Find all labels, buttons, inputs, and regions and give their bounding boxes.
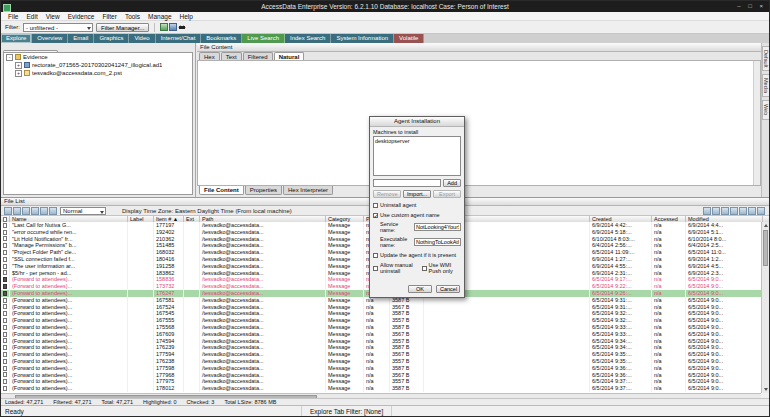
- row-checkbox[interactable]: [3, 345, 7, 350]
- close-button[interactable]: ×: [759, 3, 766, 9]
- row-checkbox[interactable]: [3, 243, 7, 248]
- side-tab-web[interactable]: Web: [762, 100, 769, 119]
- filelist-vertical-scrollbar[interactable]: [761, 222, 769, 393]
- menu-item-file[interactable]: File: [4, 12, 22, 20]
- executable-name-input[interactable]: [414, 238, 461, 246]
- filter-include-icon[interactable]: [160, 23, 168, 31]
- thumbnail-view-icon[interactable]: [13, 207, 21, 215]
- row-checkbox[interactable]: [3, 338, 7, 343]
- minimize-button[interactable]: –: [737, 3, 743, 9]
- row-checkbox[interactable]: [3, 298, 7, 303]
- table-view-icon[interactable]: [4, 207, 12, 215]
- side-tab-media[interactable]: Media: [762, 74, 769, 97]
- row-checkbox[interactable]: [3, 311, 7, 316]
- service-name-input[interactable]: [414, 223, 461, 231]
- filmstrip-view-icon[interactable]: [22, 207, 30, 215]
- natural-view-content[interactable]: [197, 60, 761, 186]
- file-row[interactable]: (Forward to attendees)...167555/tesvadko…: [1, 317, 761, 324]
- row-checkbox[interactable]: [3, 359, 7, 364]
- email-list-icon[interactable]: [721, 207, 729, 215]
- row-checkbox[interactable]: [3, 318, 7, 323]
- uninstall-agent-checkbox[interactable]: [373, 203, 378, 208]
- remove-button[interactable]: Remove: [373, 190, 401, 198]
- file-row[interactable]: (Forward to attendees)...178012/tesvadko…: [1, 385, 761, 392]
- row-checkbox[interactable]: [3, 352, 7, 357]
- row-checkbox[interactable]: [3, 236, 7, 241]
- row-checkbox[interactable]: [3, 332, 7, 337]
- row-checkbox[interactable]: [3, 325, 7, 330]
- bottom-tab-file-content[interactable]: File Content: [199, 186, 244, 195]
- menu-item-edit[interactable]: Edit: [22, 12, 41, 20]
- custom-agent-name-checkbox[interactable]: [373, 213, 378, 218]
- file-row[interactable]: (Forward to attendees)...167545/tesvadko…: [1, 310, 761, 317]
- expand-icon[interactable]: [757, 207, 765, 215]
- copy-list-icon[interactable]: [703, 207, 711, 215]
- scroll-down-icon[interactable]: [764, 388, 768, 391]
- refresh-icon[interactable]: [49, 207, 57, 215]
- view-mode-dropdown[interactable]: Normal: [60, 207, 106, 215]
- expand-icon[interactable]: +: [15, 70, 22, 77]
- file-row[interactable]: (Forward to attendees)...177594/tesvadko…: [1, 351, 761, 358]
- row-checkbox[interactable]: [3, 223, 7, 228]
- file-row[interactable]: (Forward to attendees)...175568/tesvadko…: [1, 324, 761, 331]
- row-checkbox[interactable]: [3, 366, 7, 371]
- add-button[interactable]: Add: [443, 179, 461, 187]
- tab-video[interactable]: Video: [129, 34, 155, 43]
- menu-item-view[interactable]: View: [42, 12, 64, 20]
- ok-button[interactable]: OK: [408, 285, 432, 293]
- row-checkbox[interactable]: [3, 257, 7, 262]
- row-checkbox[interactable]: [3, 291, 7, 296]
- row-checkbox[interactable]: [3, 277, 7, 282]
- file-row[interactable]: (Forward to attendees)...176238/tesvadko…: [1, 358, 761, 365]
- file-row[interactable]: (Forward to attendees)...177598/tesvadko…: [1, 365, 761, 372]
- search-icon[interactable]: [178, 23, 186, 31]
- file-row[interactable]: (Forward to attendees)...177975/tesvadko…: [1, 378, 761, 385]
- export-button[interactable]: Export: [433, 190, 461, 198]
- menu-item-filter[interactable]: Filter: [98, 12, 120, 20]
- view-tab-hex[interactable]: Hex: [199, 52, 220, 60]
- tab-explore[interactable]: Explore: [1, 34, 32, 43]
- file-row[interactable]: (Forward to attendees)...174594/tesvadko…: [1, 338, 761, 345]
- tree-item-tesvadko-accessdata-com-2-ps[interactable]: +tesvadko@accessdata.com_2.pst: [4, 69, 192, 77]
- row-checkbox[interactable]: [3, 284, 7, 289]
- bottom-tab-hex-interpreter[interactable]: Hex Interpreter: [283, 186, 333, 195]
- collapse-icon[interactable]: -: [6, 54, 13, 61]
- row-checkbox[interactable]: [3, 264, 7, 269]
- expand-icon[interactable]: +: [15, 62, 22, 69]
- tree-item-rectorate-071565-20170302041[interactable]: +rectorate_071565-20170302041247_illogic…: [4, 61, 192, 69]
- checklist-icon[interactable]: [40, 207, 48, 215]
- side-tab-default[interactable]: Default: [762, 46, 769, 71]
- content-scrollbar[interactable]: [753, 61, 760, 185]
- tab-internet-chat[interactable]: Internet/Chat: [156, 34, 202, 43]
- file-row[interactable]: (Forward to attendees)...176239/tesvadko…: [1, 344, 761, 351]
- file-row[interactable]: (Forward to attendees)...167609/tesvadko…: [1, 331, 761, 338]
- menu-item-evidence[interactable]: Evidence: [64, 12, 99, 20]
- tab-system-information[interactable]: System Information: [331, 34, 394, 43]
- lock-icon[interactable]: [748, 207, 756, 215]
- menu-item-help[interactable]: Help: [176, 12, 197, 20]
- row-checkbox[interactable]: [3, 270, 7, 275]
- print-icon[interactable]: [730, 207, 738, 215]
- new-machine-input[interactable]: [373, 179, 441, 187]
- wmi-push-only-checkbox[interactable]: [422, 266, 427, 271]
- tree-item-evidence[interactable]: -Evidence: [4, 53, 192, 61]
- maximize-button[interactable]: □: [748, 3, 755, 9]
- flag-icon[interactable]: [31, 207, 39, 215]
- tab-bookmarks[interactable]: Bookmarks: [201, 34, 242, 43]
- scrollbar-thumb[interactable]: [763, 230, 768, 266]
- machine-item[interactable]: desktopserver: [375, 138, 459, 144]
- tab-index-search[interactable]: Index Search: [285, 34, 331, 43]
- tab-live-search[interactable]: Live Search: [242, 34, 285, 43]
- row-checkbox[interactable]: [3, 372, 7, 377]
- column-settings-icon[interactable]: [739, 207, 747, 215]
- row-checkbox[interactable]: [3, 304, 7, 309]
- menu-item-manage[interactable]: Manage: [144, 12, 176, 20]
- row-checkbox[interactable]: [3, 386, 7, 391]
- tab-graphics[interactable]: Graphics: [94, 34, 129, 43]
- bottom-tab-properties[interactable]: Properties: [245, 186, 282, 195]
- tab-email[interactable]: Email: [68, 34, 94, 43]
- scroll-up-icon[interactable]: [764, 224, 768, 227]
- update-agent-checkbox[interactable]: [373, 253, 378, 258]
- row-checkbox[interactable]: [3, 230, 7, 235]
- import-button[interactable]: Import...: [403, 190, 431, 198]
